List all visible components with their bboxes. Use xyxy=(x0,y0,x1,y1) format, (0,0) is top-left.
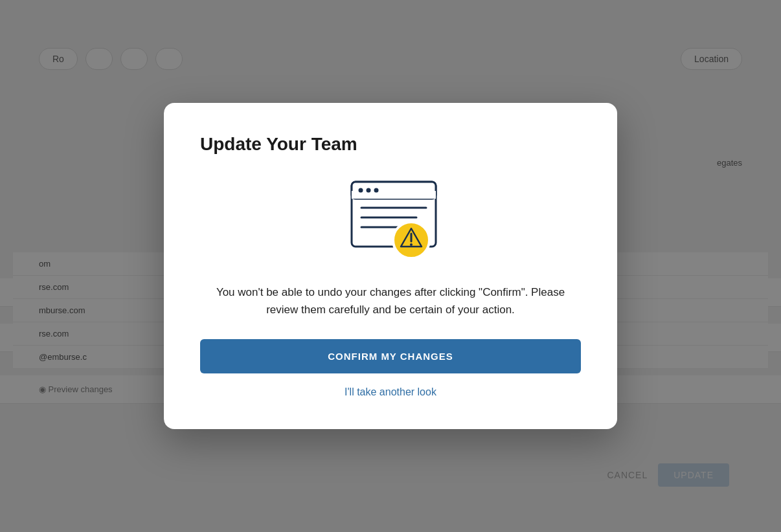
cancel-link[interactable]: I'll take another look xyxy=(200,386,581,398)
modal-overlay: Update Your Team xyxy=(0,0,781,532)
warning-illustration xyxy=(339,175,442,266)
modal-illustration xyxy=(200,175,581,266)
svg-point-12 xyxy=(410,243,413,246)
confirm-button[interactable]: CONFIRM MY CHANGES xyxy=(200,339,581,373)
modal-title: Update Your Team xyxy=(200,134,581,155)
modal: Update Your Team xyxy=(164,103,617,429)
svg-point-4 xyxy=(367,188,371,193)
svg-rect-2 xyxy=(352,191,436,199)
warning-text: You won't be able to undo your changes a… xyxy=(209,284,572,318)
svg-point-5 xyxy=(374,188,379,193)
svg-point-3 xyxy=(359,188,363,193)
